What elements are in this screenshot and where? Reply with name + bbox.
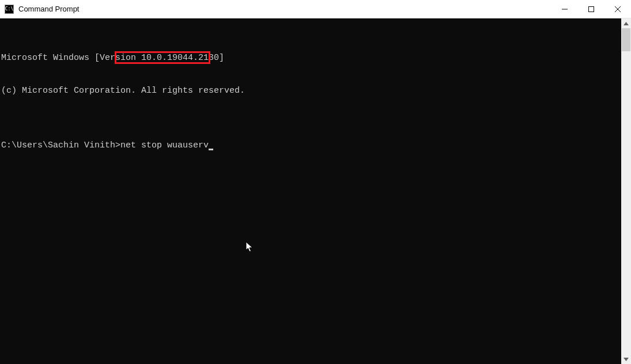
scroll-thumb[interactable] (622, 28, 630, 51)
terminal-input[interactable] (0, 18, 621, 364)
scroll-track[interactable] (621, 28, 631, 354)
svg-rect-1 (589, 6, 594, 12)
scroll-down-arrow-icon[interactable] (621, 354, 631, 364)
app-icon: C:\ (5, 5, 14, 14)
maximize-button[interactable] (578, 0, 604, 18)
terminal-area[interactable]: Microsoft Windows [Version 10.0.19044.21… (0, 18, 621, 364)
scroll-up-arrow-icon[interactable] (621, 18, 631, 28)
window-title: Command Prompt (18, 5, 551, 13)
minimize-button[interactable] (551, 0, 578, 18)
content-row: Microsoft Windows [Version 10.0.19044.21… (0, 18, 631, 364)
close-button[interactable] (604, 0, 631, 18)
command-prompt-window: C:\ Command Prompt Microsoft Windows [Ve… (0, 0, 631, 364)
vertical-scrollbar[interactable] (621, 18, 631, 364)
window-controls (551, 0, 631, 18)
titlebar[interactable]: C:\ Command Prompt (0, 0, 631, 18)
